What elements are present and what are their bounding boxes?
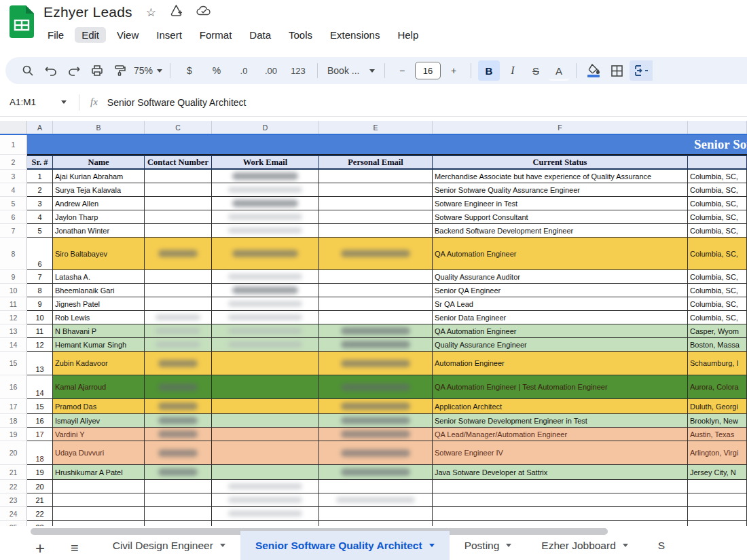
merge-cells-button[interactable] xyxy=(630,60,653,81)
row-header-1[interactable]: 1 xyxy=(0,135,27,155)
cell-contact[interactable] xyxy=(145,375,212,399)
cell-work-email[interactable] xyxy=(212,238,319,270)
cell-location[interactable]: Austin, Texas xyxy=(688,428,747,441)
cell-name[interactable]: Vardini Y xyxy=(53,428,145,441)
cell-location[interactable]: Columbia, SC, xyxy=(688,297,747,311)
cell-location[interactable]: Aurora, Colora xyxy=(688,375,747,399)
cell-name[interactable]: Bheemlanaik Gari xyxy=(53,284,145,297)
cell-location[interactable]: Jersey City, N xyxy=(688,465,747,480)
cell-contact[interactable] xyxy=(145,238,212,270)
cell-contact[interactable] xyxy=(145,441,212,465)
cell-name[interactable]: Jonathan Winter xyxy=(53,224,145,238)
menu-tools[interactable]: Tools xyxy=(282,27,319,43)
cell-work-email[interactable] xyxy=(212,210,319,224)
cell-contact[interactable] xyxy=(145,197,212,210)
cell-status[interactable]: Backend Software Development Engineer xyxy=(433,224,688,238)
cell-sr[interactable]: 10 xyxy=(27,311,53,324)
cell-sr[interactable]: 21 xyxy=(27,493,53,507)
cell-status[interactable] xyxy=(433,480,688,493)
cell-name[interactable]: Zubin Kadavoor xyxy=(53,352,145,375)
cell-work-email[interactable] xyxy=(212,493,319,507)
cell-sr[interactable]: 4 xyxy=(27,210,53,224)
cell-sr[interactable]: 2 xyxy=(27,183,53,197)
cell-status[interactable]: Merchandise Associate but have experienc… xyxy=(433,170,688,183)
formula-input[interactable]: Senior Software Quality Architect xyxy=(107,97,247,108)
cell-sr[interactable]: 1 xyxy=(27,170,53,183)
cell-location[interactable]: Columbia, SC, xyxy=(688,270,747,284)
add-sheet-button[interactable]: + xyxy=(35,540,45,557)
cell-sr[interactable]: 22 xyxy=(27,507,53,521)
cell-personal-email[interactable] xyxy=(319,270,433,284)
cell-name[interactable]: Pramod Das xyxy=(53,399,145,414)
column-header-g[interactable] xyxy=(688,121,747,134)
column-header-B[interactable]: B xyxy=(53,121,145,134)
cell-contact[interactable] xyxy=(145,270,212,284)
cell-name[interactable] xyxy=(53,493,145,507)
name-box[interactable]: A1:M1 xyxy=(0,97,73,107)
cell-contact[interactable] xyxy=(145,311,212,324)
menu-data[interactable]: Data xyxy=(242,27,278,43)
cell-status[interactable]: Automation Engineer xyxy=(433,352,688,375)
cell-sr[interactable]: 16 xyxy=(27,414,53,428)
row-header-19[interactable]: 19 xyxy=(0,428,27,441)
sheet-tab-5[interactable]: S xyxy=(643,531,680,560)
cell-sr[interactable]: 14 xyxy=(27,375,53,399)
cell-contact[interactable] xyxy=(145,493,212,507)
cell-personal-email[interactable] xyxy=(319,238,433,270)
row-header-15[interactable]: 15 xyxy=(0,352,27,375)
cell-work-email[interactable] xyxy=(212,507,319,521)
cell-contact[interactable] xyxy=(145,284,212,297)
menu-extensions[interactable]: Extensions xyxy=(323,27,386,43)
row-header-10[interactable]: 10 xyxy=(0,284,27,297)
format-currency-button[interactable]: $ xyxy=(177,60,202,81)
paint-format-icon[interactable] xyxy=(110,60,130,81)
merged-title-cell[interactable]: Senior Software Quality Architect xyxy=(27,135,747,155)
cell-sr[interactable]: 13 xyxy=(27,352,53,375)
cell-name[interactable]: Hemant Kumar Singh xyxy=(53,338,145,352)
cell-location[interactable]: Brooklyn, New xyxy=(688,414,747,428)
sheet-tab-4[interactable]: Ezher Jobboard xyxy=(526,531,642,560)
document-title[interactable]: Ezhyer Leads xyxy=(43,4,132,20)
cell-work-email[interactable] xyxy=(212,224,319,238)
row-header-21[interactable]: 21 xyxy=(0,465,27,480)
cell-contact[interactable] xyxy=(145,480,212,493)
cell-location[interactable] xyxy=(688,507,747,521)
cell-sr[interactable]: 15 xyxy=(27,399,53,414)
row-header-16[interactable]: 16 xyxy=(0,375,27,399)
cell-location[interactable] xyxy=(688,480,747,493)
sheets-logo-icon[interactable] xyxy=(10,5,34,38)
sheet-tab-3[interactable]: Posting xyxy=(450,531,527,560)
row-header-13[interactable]: 13 xyxy=(0,324,27,338)
cell-location[interactable]: Boston, Massa xyxy=(688,338,747,352)
cell-status[interactable]: Senior Sotware Development Engineer in T… xyxy=(433,414,688,428)
format-percent-button[interactable]: % xyxy=(204,60,229,81)
cell-status[interactable]: QA Automation Engineer | Test Automation… xyxy=(433,375,688,399)
cell-contact[interactable] xyxy=(145,507,212,521)
cell-personal-email[interactable] xyxy=(319,399,433,414)
cell-work-email[interactable] xyxy=(212,480,319,493)
cell-work-email[interactable] xyxy=(212,465,319,480)
cell-work-email[interactable] xyxy=(212,441,319,465)
header-cell-7[interactable] xyxy=(688,155,747,170)
header-cell-2[interactable]: Name xyxy=(53,155,145,170)
menu-format[interactable]: Format xyxy=(193,27,239,43)
shield-plus-icon[interactable] xyxy=(170,4,183,20)
cell-contact[interactable] xyxy=(145,338,212,352)
cell-contact[interactable] xyxy=(145,183,212,197)
cell-sr[interactable]: 20 xyxy=(27,480,53,493)
menu-insert[interactable]: Insert xyxy=(149,27,189,43)
cell-work-email[interactable] xyxy=(212,183,319,197)
star-icon[interactable]: ☆ xyxy=(146,5,156,20)
cell-location[interactable]: Columbia, SC, xyxy=(688,238,747,270)
row-header-17[interactable]: 17 xyxy=(0,399,27,414)
column-header-D[interactable]: D xyxy=(212,121,319,134)
cell-work-email[interactable] xyxy=(212,428,319,441)
row-header-14[interactable]: 14 xyxy=(0,338,27,352)
cell-location[interactable]: Columbia, SC, xyxy=(688,224,747,238)
cell-contact[interactable] xyxy=(145,170,212,183)
cell-location[interactable]: Columbia, SC, xyxy=(688,284,747,297)
italic-button[interactable]: I xyxy=(503,60,523,81)
cell-status[interactable]: QA Lead/Manager/Automation Engineer xyxy=(433,428,688,441)
cell-contact[interactable] xyxy=(145,210,212,224)
cell-personal-email[interactable] xyxy=(319,521,433,526)
